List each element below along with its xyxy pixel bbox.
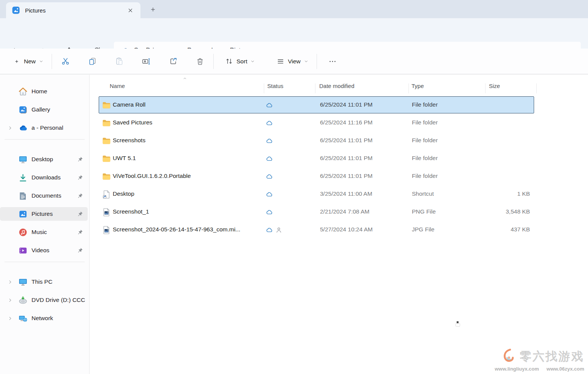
file-type: Shortcut bbox=[412, 190, 434, 197]
pictures-icon bbox=[18, 209, 28, 219]
sidebar-item-videos[interactable]: Videos bbox=[0, 244, 88, 257]
tab-close-button[interactable] bbox=[125, 5, 136, 16]
file-date-modified: 2/21/2024 7:08 AM bbox=[320, 208, 369, 215]
cloud-status-icon bbox=[265, 226, 273, 234]
column-header-status[interactable]: Status bbox=[267, 83, 284, 89]
new-tab-button[interactable] bbox=[147, 3, 159, 16]
sidebar-item-desktop[interactable]: Desktop bbox=[0, 152, 88, 166]
column-header-date-modified[interactable]: Date modified bbox=[319, 83, 355, 89]
table-row[interactable]: Screenshots6/25/2024 11:01 PMFile folder bbox=[99, 132, 534, 149]
table-row[interactable]: Saved Pictures6/25/2024 11:16 PMFile fol… bbox=[99, 114, 534, 131]
chevron-right-icon[interactable] bbox=[5, 279, 15, 284]
file-name: ViVeTool.GUI.1.6.2.0.Portable bbox=[113, 173, 191, 179]
tab-title: Pictures bbox=[25, 7, 125, 14]
pin-icon bbox=[77, 211, 83, 217]
column-separator[interactable] bbox=[264, 83, 264, 93]
sidebar-item-pictures[interactable]: Pictures bbox=[0, 207, 88, 221]
column-header-type[interactable]: Type bbox=[411, 83, 424, 89]
column-separator[interactable] bbox=[536, 83, 537, 93]
more-options-button[interactable] bbox=[323, 53, 342, 70]
table-row[interactable]: UWT 5.16/25/2024 11:01 PMFile folder bbox=[99, 150, 534, 167]
sort-button[interactable]: Sort bbox=[221, 53, 259, 70]
table-row[interactable]: Screenshot_2024-05-26-14-15-47-963_com.m… bbox=[99, 221, 534, 238]
cloud-status-icon bbox=[265, 173, 273, 181]
file-status bbox=[265, 119, 286, 127]
rename-icon bbox=[142, 57, 151, 66]
copy-button[interactable] bbox=[83, 53, 102, 70]
sidebar-item-home[interactable]: Home bbox=[0, 85, 88, 98]
sidebar-item-label: Pictures bbox=[32, 211, 53, 217]
sidebar-item-network[interactable]: Network bbox=[0, 311, 88, 325]
sidebar-item-gallery[interactable]: Gallery bbox=[0, 103, 88, 116]
table-row[interactable]: Desktop3/25/2024 11:00 AMShortcut1 KB bbox=[99, 185, 534, 203]
cloud-status-icon bbox=[265, 208, 273, 216]
column-header-name[interactable]: Name bbox=[110, 83, 125, 89]
toolbar-divider bbox=[52, 54, 52, 69]
sidebar-item-dvd-drive-d-ccc[interactable]: DVD Drive (D:) CCC bbox=[0, 293, 88, 307]
sidebar-item-documents[interactable]: Documents bbox=[0, 189, 88, 203]
sidebar-item-label: Home bbox=[32, 88, 47, 95]
delete-button[interactable] bbox=[191, 53, 210, 70]
chevron-right-icon bbox=[8, 298, 13, 303]
folder-icon bbox=[102, 154, 111, 163]
mouse-cursor-dot bbox=[457, 321, 459, 323]
file-name: Screenshots bbox=[113, 137, 145, 144]
sidebar-item-a-personal[interactable]: a - Personal bbox=[0, 121, 88, 135]
table-row[interactable]: Screenshot_12/21/2024 7:08 AMPNG File3,5… bbox=[99, 203, 534, 220]
chevron-down-icon bbox=[304, 59, 308, 63]
file-type: File folder bbox=[412, 119, 438, 126]
file-type: JPG File bbox=[412, 226, 434, 233]
pin-icon bbox=[77, 174, 83, 181]
tab-bar: Pictures bbox=[0, 0, 588, 18]
pin-icon bbox=[77, 193, 83, 199]
sidebar-item-label: Music bbox=[32, 229, 47, 236]
sidebar-item-downloads[interactable]: Downloads bbox=[0, 171, 88, 184]
cloud-status-icon bbox=[265, 101, 273, 109]
folder-icon bbox=[102, 172, 111, 181]
file-size: 437 KB bbox=[484, 226, 530, 233]
table-row[interactable]: ViVeTool.GUI.1.6.2.0.Portable6/25/2024 1… bbox=[99, 168, 534, 185]
watermark: 零六找游戏 www.lingliuyx.com www.06zyx.com bbox=[495, 348, 584, 372]
paste-button[interactable] bbox=[110, 53, 129, 70]
watermark-url-right: www.06zyx.com bbox=[547, 366, 584, 372]
file-type: File folder bbox=[412, 101, 438, 108]
rename-button[interactable] bbox=[137, 53, 156, 70]
image-file-icon bbox=[102, 207, 111, 217]
this-pc-icon bbox=[18, 277, 28, 287]
sidebar-item-this-pc[interactable]: This PC bbox=[0, 275, 88, 289]
file-status bbox=[265, 101, 286, 109]
cut-button[interactable] bbox=[56, 53, 75, 70]
plus-icon bbox=[150, 6, 156, 13]
chevron-spacer bbox=[5, 211, 15, 217]
file-name: Screenshot_2024-05-26-14-15-47-963_com.m… bbox=[113, 226, 240, 233]
file-name: Saved Pictures bbox=[113, 119, 152, 126]
shortcut-icon bbox=[102, 190, 111, 199]
column-separator[interactable] bbox=[408, 83, 409, 93]
new-button[interactable]: New bbox=[8, 53, 48, 70]
table-row[interactable]: Camera Roll6/25/2024 11:01 PMFile folder bbox=[99, 96, 534, 113]
file-type: PNG File bbox=[412, 208, 436, 215]
column-header-size[interactable]: Size bbox=[489, 83, 500, 89]
sidebar-item-label: Gallery bbox=[32, 106, 50, 113]
sidebar-divider bbox=[5, 262, 85, 262]
file-status bbox=[265, 172, 286, 181]
chevron-right-icon[interactable] bbox=[5, 297, 15, 303]
column-separator[interactable] bbox=[315, 83, 315, 93]
column-separator[interactable] bbox=[485, 83, 486, 93]
folder-icon bbox=[102, 101, 111, 110]
downloads-icon bbox=[18, 173, 28, 182]
view-button[interactable]: View bbox=[272, 53, 312, 70]
cloud-status-icon bbox=[265, 155, 273, 163]
chevron-right-icon[interactable] bbox=[5, 125, 15, 130]
chevron-spacer bbox=[5, 89, 15, 94]
sidebar-item-music[interactable]: Music bbox=[0, 225, 88, 239]
explorer-tab[interactable]: Pictures bbox=[6, 2, 140, 18]
toolbar-divider bbox=[213, 54, 214, 69]
navigation-sidebar: HomeGallerya - PersonalDesktopDownloadsD… bbox=[0, 75, 90, 374]
share-button[interactable] bbox=[164, 53, 183, 70]
view-button-label: View bbox=[288, 58, 300, 65]
chevron-right-icon[interactable] bbox=[5, 316, 15, 321]
sidebar-item-label: Network bbox=[32, 315, 53, 322]
new-button-label: New bbox=[24, 58, 36, 65]
sidebar-item-label: This PC bbox=[32, 278, 52, 285]
